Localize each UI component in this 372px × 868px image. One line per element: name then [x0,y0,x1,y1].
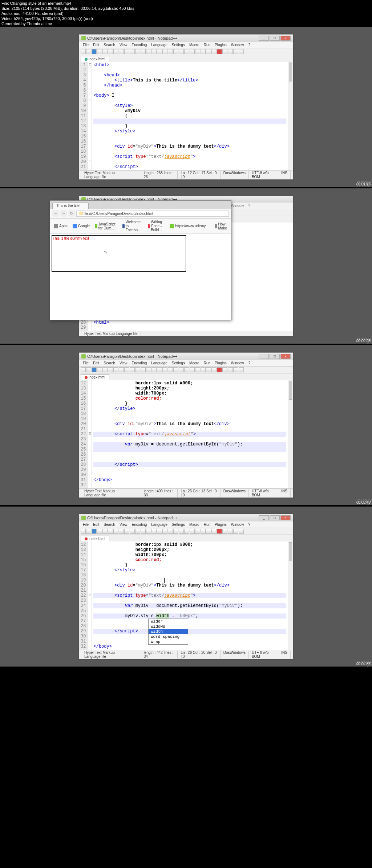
titlebar[interactable]: C:\Users\Paragon\Desktop\index.html - No… [79,35,293,42]
toolbar-btn[interactable] [130,367,135,372]
toolbar-btn[interactable] [151,529,157,534]
record-icon[interactable] [217,367,222,372]
maximize-button[interactable]: □ [270,515,280,520]
menu-encoding[interactable]: Encoding [130,42,149,48]
toolbar-btn[interactable] [146,49,151,54]
browser-tab-strip[interactable]: This is the title [50,201,231,209]
toolbar-btn[interactable] [86,529,91,534]
toolbar-btn[interactable] [206,367,211,372]
toolbar-btn[interactable] [151,367,157,372]
browser-viewport[interactable]: This is the dummy text [50,234,231,273]
minimize-button[interactable]: _ [259,354,269,359]
menu-language[interactable]: Language [149,42,170,48]
toolbar-btn[interactable] [201,367,206,372]
back-button[interactable]: ← [52,210,59,217]
menu-window[interactable]: Window [229,360,246,366]
toolbar-btn[interactable] [81,367,86,372]
toolbar-btn[interactable] [130,529,135,534]
toolbar-btn[interactable] [97,529,102,534]
toolbar-btn[interactable] [184,529,189,534]
autocomplete-item-selected[interactable]: width [149,629,188,634]
toolbar-btn[interactable] [222,49,227,54]
browser-window[interactable]: This is the title ← → ⟳ file:///C:/Users… [50,200,231,320]
toolbar-btn[interactable] [179,367,184,372]
editor[interactable]: 1213141516171819202122232425262728293031… [79,380,293,488]
bookmark-udemy[interactable]: https://www.udemy.... [168,219,211,233]
autocomplete-item[interactable]: widows [149,624,188,629]
vertical-scrollbar[interactable] [288,541,293,650]
toolbar-btn[interactable] [162,367,167,372]
toolbar-btn[interactable] [108,49,113,54]
bookmark-fb[interactable]: Welcome to Facebo... [121,219,145,233]
maximize-button[interactable]: □ [270,36,280,41]
menu-view[interactable]: View [117,360,130,366]
toolbar-btn[interactable] [146,367,151,372]
menu-file[interactable]: File [81,42,91,48]
toolbar-btn[interactable] [113,367,118,372]
close-button[interactable]: × [280,515,291,520]
browser-tab[interactable]: This is the title [52,202,89,209]
toolbar-btn[interactable] [130,49,135,54]
menu-encoding[interactable]: Encoding [130,360,149,366]
tab-bar[interactable]: index.html [79,373,293,380]
toolbar-btn[interactable] [239,529,244,534]
menu-language[interactable]: Language [149,522,170,527]
minimize-button[interactable]: _ [259,36,269,41]
toolbar-btn[interactable] [86,367,91,372]
toolbar-btn[interactable] [92,49,97,54]
toolbar-btn[interactable] [162,529,167,534]
toolbar-btn[interactable] [239,367,244,372]
toolbar-btn[interactable] [119,529,124,534]
menu-macro[interactable]: Macro [187,522,202,527]
vertical-scrollbar[interactable] [288,62,293,170]
toolbar-btn[interactable] [233,367,238,372]
toolbar-btn[interactable] [211,529,217,534]
toolbar-btn[interactable] [173,529,178,534]
toolbar-btn[interactable] [102,367,108,372]
record-icon[interactable] [217,49,222,54]
menu-settings[interactable]: Settings [170,360,187,366]
toolbar-btn[interactable] [195,49,200,54]
toolbar-btn[interactable] [146,529,151,534]
autocomplete-item[interactable]: word-spacing [149,634,188,639]
menu-file[interactable]: File [81,522,91,527]
titlebar[interactable]: C:\Users\Paragon\Desktop\index.html - No… [79,514,293,521]
toolbar-btn[interactable] [102,529,108,534]
menu-run[interactable]: Run [202,360,213,366]
toolbar-btn[interactable] [206,49,211,54]
toolbar-btn[interactable] [81,529,86,534]
toolbar-btn[interactable] [168,367,173,372]
close-button[interactable]: × [280,36,291,41]
menu-settings[interactable]: Settings [170,522,187,527]
toolbar-btn[interactable] [135,367,140,372]
tab-index[interactable]: index.html [81,56,109,62]
toolbar-btn[interactable] [157,367,162,372]
toolbar-btn[interactable] [168,529,173,534]
code-area[interactable]: border:1px solid #000; height:200px; wid… [92,380,288,488]
toolbar-btn[interactable] [92,529,97,534]
toolbar-btn[interactable] [151,49,157,54]
toolbar-btn[interactable] [195,529,200,534]
menu-search[interactable]: Search [101,522,117,527]
menu-search[interactable]: Search [101,42,117,48]
reload-button[interactable]: ⟳ [68,210,75,217]
bookmark-jsdom[interactable]: JavaScript for Dum... [93,219,119,233]
toolbar-btn[interactable] [92,367,97,372]
menu-view[interactable]: View [117,42,130,48]
editor[interactable]: 123456789101112131415161718192021 ⊟ ⊟ ⊟ … [79,62,293,170]
toolbar-btn[interactable] [124,529,129,534]
toolbar-btn[interactable] [184,49,189,54]
fold-column[interactable]: ⊟ ⊟ ⊟ [88,62,92,170]
toolbar-btn[interactable] [201,529,206,534]
toolbar-btn[interactable] [179,529,184,534]
menu-plugins[interactable]: Plugins [213,42,229,48]
menu-help[interactable]: ? [246,203,252,208]
menu-settings[interactable]: Settings [170,42,187,48]
toolbar-btn[interactable] [97,367,102,372]
menu-file[interactable]: File [81,360,91,366]
autocomplete-item[interactable]: wrap [149,639,188,644]
menu-plugins[interactable]: Plugins [213,360,229,366]
menubar[interactable]: FileEditSearchViewEncodingLanguageSettin… [79,42,293,48]
menu-edit[interactable]: Edit [91,522,101,527]
menu-help[interactable]: ? [246,522,252,527]
